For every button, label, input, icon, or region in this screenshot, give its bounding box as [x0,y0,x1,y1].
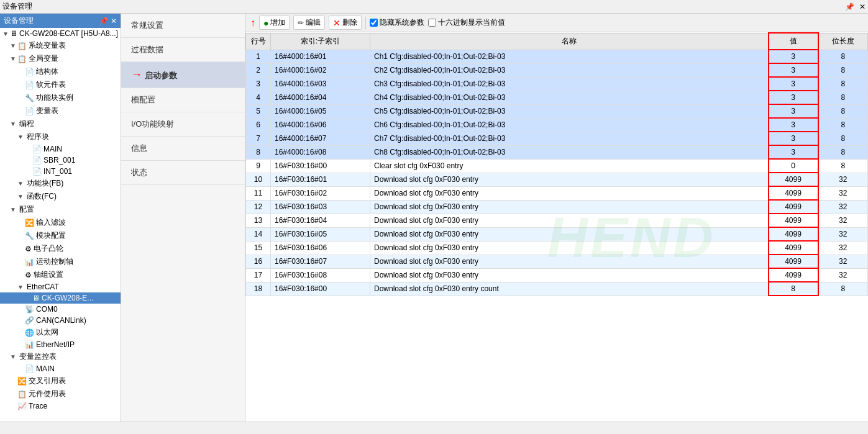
sidebar-item-ethernet[interactable]: 🌐 以太网 [0,326,121,339]
item-icon: 📄 [25,68,34,76]
middle-menu-item-slot[interactable]: 槽配置 [121,88,245,112]
pin-icon[interactable]: 📌 [845,2,854,11]
hex-display-label[interactable]: 十六进制显示当前值 [428,17,505,28]
cell-name: Ch2 Cfg:disabled-00;In-01;Out-02;Bi-03 [370,63,769,77]
add-icon: ● [263,18,268,28]
middle-menu-item-status[interactable]: 状态 [121,161,245,185]
hide-sys-params-checkbox[interactable] [370,19,378,27]
table-row[interactable]: 3 16#4000:16#03 Ch3 Cfg:disabled-00;In-0… [246,77,868,91]
sidebar-item-func-block-example[interactable]: 🔧 功能块实例 [0,91,121,104]
sidebar-item-main-monitor[interactable]: 📄 MAIN [0,363,121,374]
sidebar-item-func-fc[interactable]: ▼ 函数(FC) [0,190,121,203]
item-icon: 🔧 [25,232,34,240]
cell-name: Download slot cfg 0xF030 entry [370,268,769,282]
cell-index: 16#4000:16#08 [271,145,370,159]
sidebar-item-programming[interactable]: ▼ 编程 [0,117,121,130]
sidebar-item-trace[interactable]: 📈 Trace [0,400,121,412]
sidebar-item-input-filter[interactable]: 🔀 输入滤波 [0,216,121,229]
table-row[interactable]: 1 16#4000:16#01 Ch1 Cfg:disabled-00;In-0… [246,50,868,63]
hex-display-checkbox[interactable] [428,19,436,27]
middle-menu-item-general[interactable]: 常规设置 [121,14,245,38]
table-row[interactable]: 15 16#F030:16#06 Download slot cfg 0xF03… [246,241,868,255]
sidebar-item-can[interactable]: 🔗 CAN(CANLink) [0,315,121,326]
delete-button[interactable]: ✕ 删除 [329,16,362,30]
middle-menu-item-info[interactable]: 信息 [121,137,245,161]
sidebar-item-soft-component[interactable]: 📄 软元件表 [0,78,121,91]
cell-bitlen: 32 [818,241,868,255]
table-row[interactable]: 16 16#F030:16#07 Download slot cfg 0xF03… [246,255,868,268]
table-row[interactable]: 14 16#F030:16#05 Download slot cfg 0xF03… [246,227,868,241]
table-row[interactable]: 10 16#F030:16#01 Download slot cfg 0xF03… [246,173,868,186]
sidebar-item-var-monitor[interactable]: ▼ 变量监控表 [0,350,121,363]
middle-menu-item-startup[interactable]: →启动参数 [121,62,245,88]
sidebar-item-ck-gw208[interactable]: 🖥 CK-GW208-E... [0,292,121,304]
sidebar-item-struct[interactable]: 📄 结构体 [0,65,121,78]
sidebar-item-var-table[interactable]: 📄 变量表 [0,104,121,117]
table-row[interactable]: 5 16#4000:16#05 Ch5 Cfg:disabled-00;In-0… [246,104,868,118]
cell-row: 11 [246,186,271,200]
cell-row: 6 [246,118,271,132]
sidebar-item-program-block[interactable]: ▼ 程序块 [0,130,121,143]
sidebar-pin-icon[interactable]: 📌 [99,17,108,25]
table-row[interactable]: 2 16#4000:16#02 Ch2 Cfg:disabled-00;In-0… [246,63,868,77]
hide-sys-params-text: 隐藏系统参数 [380,17,424,28]
sidebar-item-global-vars[interactable]: ▼ 📋 全局变量 [0,52,121,65]
sidebar-item-motion-axis[interactable]: 📊 运动控制轴 [0,255,121,268]
add-button[interactable]: ● 增加 [259,16,290,30]
middle-menu-item-process[interactable]: 过程数据 [121,38,245,62]
cell-index: 16#F030:16#06 [271,241,370,255]
cell-row: 12 [246,200,271,214]
sidebar-item-ethercat[interactable]: ▼ EtherCAT [0,281,121,292]
item-label: 运动控制轴 [36,256,73,267]
table-row[interactable]: 8 16#4000:16#08 Ch8 Cfg:disabled-00;In-0… [246,145,868,159]
table-container: HEND 行号 索引:子索引 名称 值 位长度 [245,32,868,422]
edit-button[interactable]: ✏ 编辑 [293,16,325,30]
table-row[interactable]: 7 16#4000:16#07 Ch7 Cfg:disabled-00;In-0… [246,132,868,145]
sidebar-item-cross-ref[interactable]: 🔀 交叉引用表 [0,374,121,387]
delete-icon: ✕ [333,18,340,28]
table-row[interactable]: 13 16#F030:16#04 Download slot cfg 0xF03… [246,214,868,227]
sidebar-title: 设备管理 [4,16,34,26]
item-icon: ⚙ [25,245,32,253]
sidebar-item-component-usage[interactable]: 📋 元件使用表 [0,387,121,400]
sidebar-item-config[interactable]: ▼ 配置 [0,203,121,216]
table-row[interactable]: 4 16#4000:16#04 Ch4 Cfg:disabled-00;In-0… [246,91,868,104]
item-icon: 🔗 [25,316,34,325]
sidebar-item-sys-vars[interactable]: ▼ 📋 系统变量表 [0,39,121,52]
sidebar-item-cam[interactable]: ⚙ 电子凸轮 [0,242,121,255]
sidebar-close-icon[interactable]: ✕ [111,17,117,25]
cell-value: 3 [769,145,818,159]
sidebar-item-com0[interactable]: 📡 COM0 [0,304,121,315]
sidebar-item-func-block[interactable]: ▼ 功能块(FB) [0,177,121,190]
item-icon: ⚙ [25,271,32,279]
sidebar-item-ethernet-ip[interactable]: 📊 EtherNet/IP [0,339,121,350]
close-icon[interactable]: ✕ [859,2,866,11]
table-row[interactable]: 18 16#F030:16#00 Download slot cfg 0xF03… [246,282,868,296]
cell-index: 16#F030:16#03 [271,200,370,214]
middle-menu-item-io[interactable]: I/O功能映射 [121,112,245,137]
sidebar-item-module-config[interactable]: 🔧 模块配置 [0,229,121,242]
item-label: MAIN [36,364,55,373]
toolbar: ↑ ● 增加 ✏ 编辑 ✕ 删除 [245,14,868,32]
table-row[interactable]: 6 16#4000:16#06 Ch6 Cfg:disabled-00;In-0… [246,118,868,132]
cell-bitlen: 8 [818,145,868,159]
table-row[interactable]: 11 16#F030:16#02 Download slot cfg 0xF03… [246,186,868,200]
sidebar-item-main[interactable]: 📄 MAIN [0,143,121,155]
cell-value: 3 [769,77,818,91]
table-row[interactable]: 17 16#F030:16#08 Download slot cfg 0xF03… [246,268,868,282]
cell-name: Ch6 Cfg:disabled-00;In-01;Out-02;Bi-03 [370,118,769,132]
item-label: 以太网 [36,327,58,338]
sidebar-item-sbr001[interactable]: 📄 SBR_001 [0,155,121,166]
sidebar-item-device-root[interactable]: ▼ 🖥 CK-GW208-ECAT [H5U-A8...] [0,28,121,39]
col-header-name: 名称 [370,33,769,50]
item-label: MAIN [43,145,62,153]
menu-label: 启动参数 [145,71,177,80]
cell-row: 2 [246,63,271,77]
hide-sys-params-label[interactable]: 隐藏系统参数 [370,17,424,28]
table-row[interactable]: 9 16#F030:16#00 Clear slot cfg 0xF030 en… [246,159,868,173]
table-row[interactable]: 12 16#F030:16#03 Download slot cfg 0xF03… [246,200,868,214]
window-title: 设备管理 [2,1,32,12]
col-header-row: 行号 [246,33,271,50]
sidebar-item-int001[interactable]: 📄 INT_001 [0,166,121,177]
sidebar-item-axis-settings[interactable]: ⚙ 轴组设置 [0,268,121,281]
